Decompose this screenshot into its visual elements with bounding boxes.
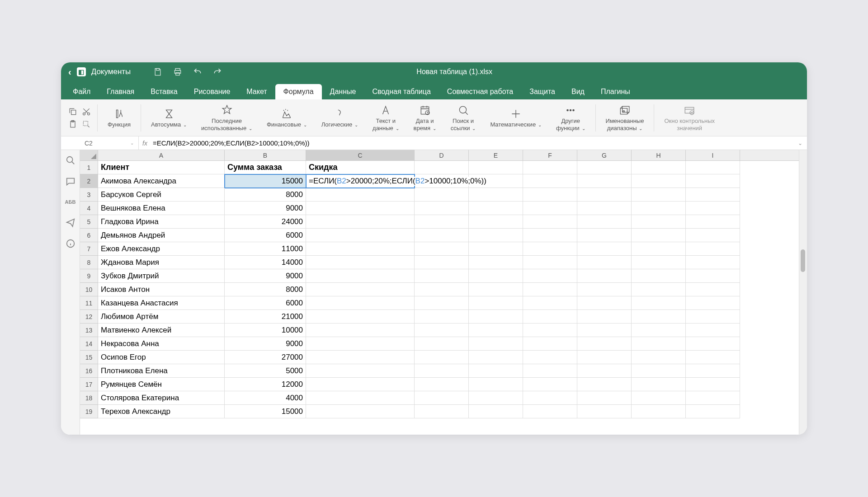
- cell-reference-box[interactable]: C2 ⌄: [80, 136, 139, 150]
- cell[interactable]: 5000: [225, 364, 306, 378]
- cell[interactable]: 8000: [225, 188, 306, 202]
- cut-icon[interactable]: [82, 107, 91, 116]
- cell[interactable]: Ежов Александр: [98, 242, 225, 256]
- cell[interactable]: [523, 269, 577, 283]
- cell[interactable]: [686, 391, 740, 405]
- cell[interactable]: [632, 283, 686, 296]
- cell[interactable]: [577, 161, 632, 174]
- col-header-E[interactable]: E: [469, 150, 523, 160]
- cell[interactable]: Плотникова Елена: [98, 364, 225, 378]
- cell[interactable]: [469, 188, 523, 202]
- cell[interactable]: [577, 202, 632, 215]
- spreadsheet-grid[interactable]: ABCDEFGHI 12345678910111213141516171819 …: [80, 150, 799, 435]
- cell[interactable]: [415, 310, 469, 324]
- ribbon-текст и[interactable]: Текст иданные ⌄: [365, 104, 406, 131]
- row-header[interactable]: 11: [80, 296, 98, 310]
- cell[interactable]: Румянцев Семён: [98, 378, 225, 391]
- col-header-A[interactable]: A: [98, 150, 225, 160]
- fx-label[interactable]: fx: [139, 140, 151, 147]
- cell[interactable]: [469, 351, 523, 364]
- cell[interactable]: 11000: [225, 242, 306, 256]
- ribbon-окно контрольных[interactable]: Окно контрольныхзначений: [657, 104, 722, 131]
- row-header[interactable]: 13: [80, 324, 98, 337]
- cell[interactable]: [415, 391, 469, 405]
- row-header[interactable]: 6: [80, 229, 98, 242]
- cell[interactable]: [523, 283, 577, 296]
- cell[interactable]: [523, 202, 577, 215]
- menu-совместная работа[interactable]: Совместная работа: [439, 84, 521, 99]
- cell[interactable]: [632, 296, 686, 310]
- cell[interactable]: [632, 174, 686, 188]
- cell[interactable]: Сумма заказа: [225, 161, 306, 174]
- cell[interactable]: Гладкова Ирина: [98, 215, 225, 229]
- redo-icon[interactable]: [213, 67, 222, 76]
- cell[interactable]: [469, 215, 523, 229]
- cell[interactable]: [523, 174, 577, 188]
- cell[interactable]: [469, 242, 523, 256]
- undo-icon[interactable]: [193, 67, 202, 76]
- ribbon-финансовые[interactable]: Финансовые ⌄: [259, 108, 314, 128]
- ribbon-другие[interactable]: Другиефункции ⌄: [549, 104, 593, 131]
- cell[interactable]: Жданова Мария: [98, 256, 225, 269]
- cell[interactable]: [577, 324, 632, 337]
- menu-формула[interactable]: Формула: [275, 84, 322, 99]
- cell[interactable]: [306, 296, 415, 310]
- cell[interactable]: [686, 215, 740, 229]
- menu-файл[interactable]: Файл: [65, 84, 99, 99]
- cell[interactable]: [577, 351, 632, 364]
- cell[interactable]: [415, 269, 469, 283]
- row-header[interactable]: 9: [80, 269, 98, 283]
- menu-данные[interactable]: Данные: [322, 84, 364, 99]
- ribbon-логические[interactable]: Логические ⌄: [314, 108, 365, 128]
- cell[interactable]: 8000: [225, 283, 306, 296]
- cell[interactable]: [632, 337, 686, 351]
- print-icon[interactable]: [173, 67, 182, 76]
- row-header[interactable]: 15: [80, 351, 98, 364]
- cell[interactable]: 27000: [225, 351, 306, 364]
- row-header[interactable]: 17: [80, 378, 98, 391]
- select-all-corner[interactable]: [80, 150, 98, 160]
- info-icon[interactable]: [66, 239, 75, 248]
- cell[interactable]: [523, 161, 577, 174]
- cell[interactable]: [577, 256, 632, 269]
- cell[interactable]: [306, 324, 415, 337]
- cell[interactable]: [306, 269, 415, 283]
- search-icon[interactable]: [66, 155, 75, 165]
- cell[interactable]: 24000: [225, 215, 306, 229]
- cell[interactable]: [686, 296, 740, 310]
- cell[interactable]: Казанцева Анастасия: [98, 296, 225, 310]
- menu-макет[interactable]: Макет: [238, 84, 275, 99]
- cell[interactable]: [686, 283, 740, 296]
- cell[interactable]: [686, 174, 740, 188]
- vertical-scrollbar[interactable]: [799, 150, 807, 435]
- cell[interactable]: Скидка: [306, 161, 415, 174]
- cell[interactable]: [686, 161, 740, 174]
- row-header[interactable]: 16: [80, 364, 98, 378]
- menu-вставка[interactable]: Вставка: [142, 84, 185, 99]
- menu-защита[interactable]: Защита: [521, 84, 563, 99]
- cell[interactable]: [306, 405, 415, 418]
- cell[interactable]: [306, 242, 415, 256]
- spellcheck-icon[interactable]: АБВ: [66, 197, 75, 207]
- cell[interactable]: [469, 161, 523, 174]
- menu-главная[interactable]: Главная: [99, 84, 142, 99]
- cell[interactable]: [306, 310, 415, 324]
- col-header-I[interactable]: I: [686, 150, 740, 160]
- cell[interactable]: [577, 188, 632, 202]
- cell[interactable]: [306, 364, 415, 378]
- row-header[interactable]: 8: [80, 256, 98, 269]
- cell[interactable]: Клиент: [98, 161, 225, 174]
- cell[interactable]: Матвиенко Алексей: [98, 324, 225, 337]
- cell[interactable]: [415, 324, 469, 337]
- col-header-D[interactable]: D: [415, 150, 469, 160]
- cell[interactable]: [686, 229, 740, 242]
- feedback-icon[interactable]: [66, 218, 75, 228]
- cell[interactable]: [415, 364, 469, 378]
- ribbon-функция[interactable]: Функция: [100, 108, 138, 128]
- cell[interactable]: [686, 351, 740, 364]
- row-header[interactable]: 1: [80, 161, 98, 174]
- cell[interactable]: 14000: [225, 256, 306, 269]
- cell[interactable]: [415, 202, 469, 215]
- cell[interactable]: [577, 242, 632, 256]
- select-icon[interactable]: [82, 120, 91, 129]
